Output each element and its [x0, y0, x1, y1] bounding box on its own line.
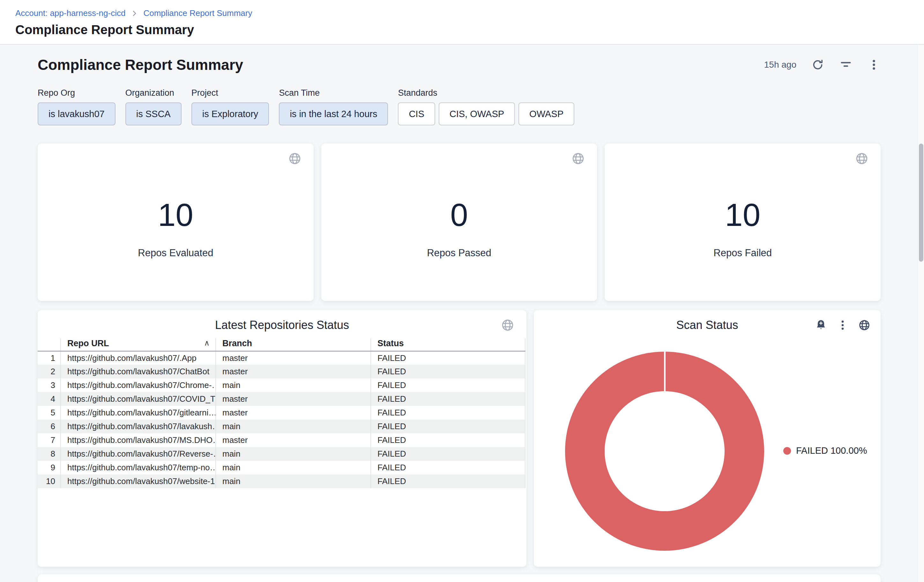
filter-group: Organizationis SSCA	[125, 88, 182, 125]
branch-cell: master	[216, 351, 371, 365]
next-panel-top-edge	[38, 574, 881, 582]
row-index-cell: 4	[38, 392, 61, 406]
dashboard-header: Compliance Report Summary 15h ago	[38, 56, 881, 73]
branch-cell: master	[216, 392, 371, 406]
top-header-bar: Account: app-harness-ng-cicd Compliance …	[0, 0, 924, 45]
kebab-menu-icon[interactable]	[836, 318, 849, 332]
filter-icon[interactable]	[839, 58, 853, 71]
scrollbar-track[interactable]	[917, 45, 924, 582]
filter-chip[interactable]: is lavakush07	[38, 102, 116, 125]
stat-label: Repos Failed	[713, 247, 772, 259]
branch-cell: master	[216, 365, 371, 378]
breadcrumb-page-link[interactable]: Compliance Report Summary	[143, 8, 252, 18]
scan-donut-ring[interactable]	[565, 352, 764, 551]
table-row: 10https://github.com/lavakush07/website-…	[38, 475, 525, 488]
table-row: 1https://github.com/lavakush07/.Appmaste…	[38, 351, 525, 365]
table-header-row: Repo URL∧ Branch Status	[38, 338, 525, 351]
row-index-cell: 1	[38, 351, 61, 365]
legend-swatch-failed	[783, 447, 791, 455]
dashboard-actions: 15h ago	[764, 58, 881, 71]
repo-url-cell: https://github.com/lavakush07/temp-no…	[61, 461, 216, 475]
column-header-status[interactable]: Status	[371, 338, 525, 351]
filter-chip[interactable]: is SSCA	[125, 102, 182, 125]
filter-bar: Repo Orgis lavakush07Organizationis SSCA…	[38, 88, 881, 125]
last-refreshed-label: 15h ago	[764, 60, 796, 70]
kebab-menu-icon[interactable]	[867, 58, 881, 71]
table-row: 6https://github.com/lavakush07/lavakush……	[38, 420, 525, 433]
donut-hole	[605, 391, 724, 511]
filter-label: Project	[191, 88, 269, 98]
row-index-cell: 3	[38, 378, 61, 392]
repo-url-cell: https://github.com/lavakush07/COVID_T…	[61, 392, 216, 406]
filter-chip[interactable]: CIS, OWASP	[439, 102, 515, 125]
filter-group: Scan Timeis in the last 24 hours	[279, 88, 388, 125]
row-index-cell: 9	[38, 461, 61, 475]
filter-label: Organization	[125, 88, 182, 98]
legend-label-failed: FAILED 100.00%	[796, 445, 867, 456]
filter-chip[interactable]: CIS	[398, 102, 435, 125]
branch-cell: main	[216, 378, 371, 392]
status-cell: FAILED	[371, 378, 525, 392]
branch-cell: main	[216, 461, 371, 475]
repo-url-cell: https://github.com/lavakush07/Reverse-…	[61, 447, 216, 461]
globe-icon	[858, 318, 871, 332]
stat-card: 10Repos Evaluated	[38, 143, 314, 301]
breadcrumb-account-link[interactable]: Account: app-harness-ng-cicd	[15, 8, 125, 18]
repo-table-title: Latest Repositories Status	[38, 318, 526, 332]
row-index-cell: 7	[38, 433, 61, 447]
breadcrumb: Account: app-harness-ng-cicd Compliance …	[15, 8, 924, 18]
status-cell: FAILED	[371, 406, 525, 420]
stat-value: 10	[158, 199, 193, 231]
stat-card: 0Repos Passed	[321, 143, 597, 301]
filter-chip[interactable]: is in the last 24 hours	[279, 102, 388, 125]
table-row: 8https://github.com/lavakush07/Reverse-……	[38, 447, 525, 461]
stat-label: Repos Evaluated	[138, 247, 213, 259]
branch-cell: master	[216, 433, 371, 447]
repo-table-body: 1https://github.com/lavakush07/.Appmaste…	[38, 351, 525, 488]
repo-table: Repo URL∧ Branch Status 1https://github.…	[38, 338, 525, 488]
stat-value: 10	[725, 199, 760, 231]
repo-url-cell: https://github.com/lavakush07/Chrome-…	[61, 378, 216, 392]
repo-url-cell: https://github.com/lavakush07/website-1	[61, 475, 216, 488]
stat-cards-row: 10Repos Evaluated0Repos Passed10Repos Fa…	[38, 143, 881, 301]
stat-value: 0	[450, 199, 468, 231]
status-cell: FAILED	[371, 461, 525, 475]
scan-status-panel: Scan Status	[534, 310, 881, 567]
repo-url-cell: https://github.com/lavakush07/MS.DHO…	[61, 433, 216, 447]
refresh-icon[interactable]	[811, 58, 825, 71]
row-index-cell: 10	[38, 475, 61, 488]
table-row: 4https://github.com/lavakush07/COVID_T…m…	[38, 392, 525, 406]
row-index-cell: 6	[38, 420, 61, 433]
branch-cell: main	[216, 447, 371, 461]
filter-label: Standards	[398, 88, 574, 98]
column-header-repo-url[interactable]: Repo URL∧	[61, 338, 216, 351]
row-index-cell: 5	[38, 406, 61, 420]
row-index-cell: 2	[38, 365, 61, 378]
globe-icon	[855, 152, 868, 167]
filter-group: StandardsCISCIS, OWASPOWASP	[398, 88, 574, 125]
filter-chip[interactable]: OWASP	[518, 102, 574, 125]
row-index-header	[38, 338, 61, 351]
branch-cell: main	[216, 420, 371, 433]
dashboard-content: Compliance Report Summary 15h ago Repo O…	[0, 45, 924, 582]
status-cell: FAILED	[371, 447, 525, 461]
table-row: 2https://github.com/lavakush07/ChatBotma…	[38, 365, 525, 378]
repo-url-cell: https://github.com/lavakush07/ChatBot	[61, 365, 216, 378]
donut-segment-divider	[664, 352, 665, 391]
panels-row: Latest Repositories Status Repo URL∧ Bra…	[38, 310, 881, 567]
column-header-branch[interactable]: Branch	[216, 338, 371, 351]
bell-plus-icon[interactable]	[814, 318, 828, 332]
page-title: Compliance Report Summary	[15, 23, 924, 37]
latest-repositories-panel: Latest Repositories Status Repo URL∧ Bra…	[38, 310, 526, 567]
table-row: 9https://github.com/lavakush07/temp-no…m…	[38, 461, 525, 475]
scrollbar-thumb[interactable]	[919, 143, 923, 262]
globe-icon	[288, 152, 302, 167]
row-index-cell: 8	[38, 447, 61, 461]
globe-icon	[501, 318, 514, 333]
filter-chip[interactable]: is Exploratory	[191, 102, 269, 125]
repo-url-cell: https://github.com/lavakush07/.App	[61, 351, 216, 365]
status-cell: FAILED	[371, 475, 525, 488]
repo-url-cell: https://github.com/lavakush07/gitlearni…	[61, 406, 216, 420]
filter-group: Projectis Exploratory	[191, 88, 269, 125]
filter-group: Repo Orgis lavakush07	[38, 88, 116, 125]
